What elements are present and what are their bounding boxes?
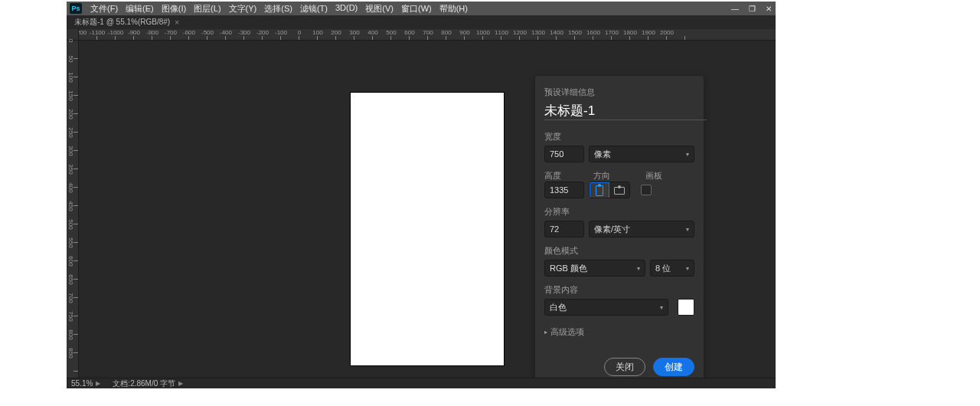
menu-item-3[interactable]: 图层(L) <box>190 3 224 15</box>
width-input[interactable] <box>544 146 584 162</box>
portrait-icon <box>596 185 603 196</box>
zoom-status[interactable]: 55.1% ▶ <box>71 379 100 388</box>
maximize-button[interactable]: ❐ <box>746 3 757 14</box>
close-button[interactable]: 关闭 <box>604 358 645 376</box>
doc-info-value: 文档:2.86M/0 字节 <box>113 378 175 389</box>
orientation-landscape-button[interactable] <box>609 182 629 198</box>
close-window-button[interactable]: ✕ <box>763 3 774 14</box>
chevron-right-icon: ▸ <box>544 329 547 336</box>
chevron-down-icon: ▾ <box>686 151 689 158</box>
chevron-down-icon: ▾ <box>686 265 689 272</box>
background-value: 白色 <box>550 302 567 313</box>
menu-item-9[interactable]: 窗口(W) <box>397 3 436 15</box>
landscape-icon <box>614 187 625 195</box>
window-controls: — ❐ ✕ <box>730 2 774 15</box>
orientation-portrait-button[interactable] <box>590 182 609 198</box>
resolution-label: 分辨率 <box>544 206 694 218</box>
chevron-down-icon: ▾ <box>660 304 663 311</box>
ps-logo-icon: Ps <box>70 3 82 14</box>
photoshop-window: Ps 文件(F)编辑(E)图像(I)图层(L)文字(Y)选择(S)滤镜(T)3D… <box>67 2 776 388</box>
advanced-options-label: 高级选项 <box>550 326 584 338</box>
document-title-input[interactable] <box>544 103 707 120</box>
color-mode-dropdown[interactable]: RGB 颜色 ▾ <box>544 260 645 277</box>
panel-header-label: 预设详细信息 <box>544 87 694 98</box>
menu-item-8[interactable]: 视图(V) <box>361 3 397 15</box>
document-tab-close-icon[interactable]: × <box>175 18 179 27</box>
color-mode-value: RGB 颜色 <box>550 263 587 274</box>
advanced-options-toggle[interactable]: ▸ 高级选项 <box>544 326 694 338</box>
status-bar: 55.1% ▶ 文档:2.86M/0 字节 ▶ <box>67 378 776 388</box>
artboard-label: 画板 <box>645 170 662 182</box>
ruler-tick: -100 <box>281 29 299 41</box>
zoom-value: 55.1% <box>71 379 93 388</box>
doc-info-status[interactable]: 文档:2.86M/0 字节 ▶ <box>113 378 183 389</box>
resolution-unit-dropdown[interactable]: 像素/英寸 ▾ <box>589 221 694 237</box>
document-canvas[interactable] <box>351 93 504 365</box>
height-label: 高度 <box>544 170 589 182</box>
document-tab[interactable]: 未标题-1 @ 55.1%(RGB/8#) × <box>70 15 184 29</box>
menu-item-10[interactable]: 帮助(H) <box>436 3 472 15</box>
bit-depth-dropdown[interactable]: 8 位 ▾ <box>650 260 694 277</box>
width-unit-dropdown[interactable]: 像素 ▾ <box>589 146 694 162</box>
menu-item-4[interactable]: 文字(Y) <box>225 3 261 15</box>
menu-item-1[interactable]: 编辑(E) <box>122 3 158 15</box>
document-tab-bar: 未标题-1 @ 55.1%(RGB/8#) × <box>67 15 776 29</box>
menubar: Ps 文件(F)编辑(E)图像(I)图层(L)文字(Y)选择(S)滤镜(T)3D… <box>67 2 776 15</box>
artboard-checkbox[interactable] <box>641 185 652 195</box>
menu-item-5[interactable]: 选择(S) <box>260 3 296 15</box>
background-label: 背景内容 <box>544 284 694 296</box>
bit-depth-value: 8 位 <box>655 263 671 274</box>
preset-details-panel: 预设详细信息 宽度 像素 ▾ 高度 方向 画板 <box>535 76 704 378</box>
chevron-right-icon: ▶ <box>96 380 100 387</box>
menu-item-6[interactable]: 滤镜(T) <box>296 3 332 15</box>
chevron-down-icon: ▾ <box>637 265 640 272</box>
orientation-toggle <box>589 182 630 198</box>
color-mode-label: 颜色模式 <box>544 245 694 257</box>
width-label: 宽度 <box>544 131 694 142</box>
background-color-swatch[interactable] <box>678 299 694 316</box>
chevron-down-icon: ▾ <box>686 226 689 233</box>
resolution-unit-value: 像素/英寸 <box>594 224 630 235</box>
horizontal-ruler[interactable]: -1200-1100-1000-900-800-700-600-500-400-… <box>79 29 776 41</box>
menu-item-2[interactable]: 图像(I) <box>158 3 190 15</box>
height-input[interactable] <box>544 182 584 198</box>
menu-item-7[interactable]: 3D(D) <box>332 3 361 15</box>
resolution-input[interactable] <box>544 221 584 237</box>
ruler-tick: 2000 <box>667 29 685 41</box>
ruler-tick: 850 <box>67 353 78 372</box>
background-dropdown[interactable]: 白色 ▾ <box>544 299 668 316</box>
vertical-ruler[interactable]: 0501001502002503003504004505005506006507… <box>67 41 79 378</box>
create-button[interactable]: 创建 <box>653 358 694 376</box>
menu-item-0[interactable]: 文件(F) <box>87 3 122 15</box>
width-unit-value: 像素 <box>594 149 611 160</box>
orientation-label: 方向 <box>593 170 641 182</box>
minimize-button[interactable]: — <box>730 3 740 14</box>
document-tab-title: 未标题-1 @ 55.1%(RGB/8#) <box>74 17 170 28</box>
workspace: -1200-1100-1000-900-800-700-600-500-400-… <box>67 29 776 378</box>
chevron-right-icon: ▶ <box>178 380 183 387</box>
